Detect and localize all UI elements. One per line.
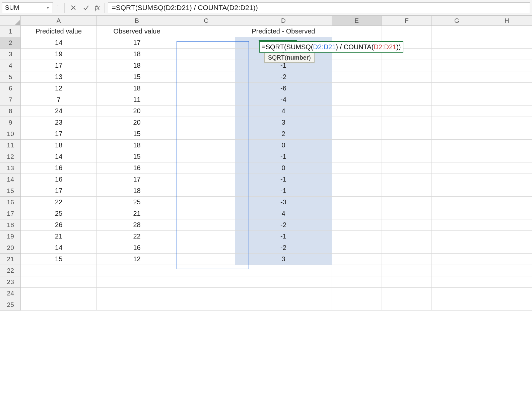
cell-B2[interactable]: 17 (97, 37, 177, 49)
col-header-E[interactable]: E (332, 16, 382, 26)
cell-G11[interactable] (432, 140, 482, 151)
cell-C7[interactable] (177, 94, 235, 106)
dropdown-icon[interactable]: ▼ (46, 5, 50, 10)
col-header-G[interactable]: G (432, 16, 482, 26)
cell-A22[interactable] (21, 265, 97, 276)
cell-A16[interactable]: 22 (21, 197, 97, 208)
cell-C14[interactable] (177, 174, 235, 185)
cell-H5[interactable] (482, 71, 532, 83)
cell-F8[interactable] (382, 106, 431, 117)
cell-G4[interactable] (432, 60, 482, 71)
cell-A5[interactable]: 13 (21, 71, 97, 83)
cell-G12[interactable] (432, 151, 482, 162)
cell-E13[interactable] (332, 162, 382, 174)
cell-E11[interactable] (332, 140, 382, 151)
cell-A25[interactable] (21, 299, 97, 311)
row-header-17[interactable]: 17 (0, 208, 21, 219)
cell-C23[interactable] (177, 276, 235, 288)
row-header-14[interactable]: 14 (0, 174, 21, 185)
cell-B17[interactable]: 21 (97, 208, 177, 219)
cell-C17[interactable] (177, 208, 235, 219)
cell-D14[interactable]: -1 (235, 174, 332, 185)
cell-D5[interactable]: -2 (235, 71, 332, 83)
col-header-A[interactable]: A (21, 16, 97, 26)
row-header-1[interactable]: 1 (0, 26, 21, 37)
row-header-12[interactable]: 12 (0, 151, 21, 162)
cell-G5[interactable] (432, 71, 482, 83)
cell-G19[interactable] (432, 231, 482, 242)
cell-D12[interactable]: -1 (235, 151, 332, 162)
cell-A24[interactable] (21, 288, 97, 299)
cell-D18[interactable]: -2 (235, 219, 332, 231)
cell-F17[interactable] (382, 208, 431, 219)
formula-input[interactable]: =SQRT(SUMSQ(D2:D21) / COUNTA(D2:D21)) (108, 2, 530, 13)
cell-E10[interactable] (332, 128, 382, 140)
cell-E1[interactable] (332, 26, 382, 37)
row-header-20[interactable]: 20 (0, 242, 21, 254)
cell-B11[interactable]: 18 (97, 140, 177, 151)
cell-D21[interactable]: 3 (235, 254, 332, 265)
cell-H20[interactable] (482, 242, 532, 254)
cell-G20[interactable] (432, 242, 482, 254)
cell-F7[interactable] (382, 94, 431, 106)
cell-C11[interactable] (177, 140, 235, 151)
cell-C12[interactable] (177, 151, 235, 162)
cell-B15[interactable]: 18 (97, 185, 177, 197)
col-header-H[interactable]: H (482, 16, 532, 26)
cell-B7[interactable]: 11 (97, 94, 177, 106)
cell-E22[interactable] (332, 265, 382, 276)
cell-D24[interactable] (235, 288, 332, 299)
cell-H2[interactable] (482, 37, 532, 49)
cell-C16[interactable] (177, 197, 235, 208)
cell-B22[interactable] (97, 265, 177, 276)
cell-B14[interactable]: 17 (97, 174, 177, 185)
cell-G7[interactable] (432, 94, 482, 106)
cell-H1[interactable] (482, 26, 532, 37)
cell-B13[interactable]: 16 (97, 162, 177, 174)
cell-C24[interactable] (177, 288, 235, 299)
cell-G6[interactable] (432, 83, 482, 94)
cell-C3[interactable] (177, 49, 235, 60)
cell-C6[interactable] (177, 83, 235, 94)
cell-G3[interactable] (432, 49, 482, 60)
cell-F11[interactable] (382, 140, 431, 151)
row-header-10[interactable]: 10 (0, 128, 21, 140)
cell-C8[interactable] (177, 106, 235, 117)
cell-F14[interactable] (382, 174, 431, 185)
row-header-19[interactable]: 19 (0, 231, 21, 242)
row-header-18[interactable]: 18 (0, 219, 21, 231)
cell-C15[interactable] (177, 185, 235, 197)
cell-A11[interactable]: 18 (21, 140, 97, 151)
cell-F25[interactable] (382, 299, 431, 311)
cell-D25[interactable] (235, 299, 332, 311)
cancel-button[interactable] (68, 2, 79, 13)
cell-A19[interactable]: 21 (21, 231, 97, 242)
cell-E24[interactable] (332, 288, 382, 299)
cell-H11[interactable] (482, 140, 532, 151)
cell-G2[interactable] (432, 37, 482, 49)
cell-A2[interactable]: 14 (21, 37, 97, 49)
cell-F13[interactable] (382, 162, 431, 174)
cell-A20[interactable]: 14 (21, 242, 97, 254)
cell-F9[interactable] (382, 117, 431, 128)
cell-B21[interactable]: 12 (97, 254, 177, 265)
row-header-7[interactable]: 7 (0, 94, 21, 106)
cell-H13[interactable] (482, 162, 532, 174)
cell-H22[interactable] (482, 265, 532, 276)
cell-H4[interactable] (482, 60, 532, 71)
cell-E8[interactable] (332, 106, 382, 117)
cell-F15[interactable] (382, 185, 431, 197)
cell-C22[interactable] (177, 265, 235, 276)
cell-C5[interactable] (177, 71, 235, 83)
cell-E20[interactable] (332, 242, 382, 254)
cell-C2[interactable] (177, 37, 235, 49)
cell-H8[interactable] (482, 106, 532, 117)
cell-D22[interactable] (235, 265, 332, 276)
cell-A12[interactable]: 14 (21, 151, 97, 162)
cell-E23[interactable] (332, 276, 382, 288)
cell-F18[interactable] (382, 219, 431, 231)
cell-C20[interactable] (177, 242, 235, 254)
row-header-25[interactable]: 25 (0, 299, 21, 311)
cell-E21[interactable] (332, 254, 382, 265)
cell-G17[interactable] (432, 208, 482, 219)
